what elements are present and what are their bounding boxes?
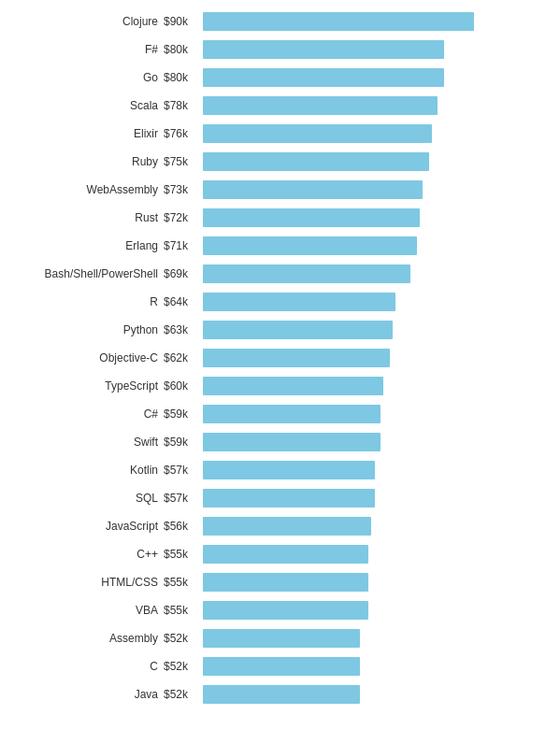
bar-track [203,629,551,648]
table-row: F#$80k [0,37,551,62]
bar-track [203,321,551,339]
language-label: TypeScript [0,379,164,393]
salary-value: $80k [164,43,203,56]
bar-track [203,349,551,367]
language-label: Erlang [0,239,164,252]
bar [203,685,360,704]
language-label: R [0,295,164,308]
language-label: SQL [0,492,164,505]
bar [203,573,368,592]
language-label: Swift [0,436,164,449]
bar-track [203,601,551,620]
bar [203,377,383,395]
table-row: C#$59k [0,402,551,426]
bar-track [203,573,551,592]
salary-value: $55k [164,576,203,589]
table-row: Assembly$52k [0,626,551,650]
bar [203,517,371,536]
bar [203,152,429,171]
salary-value: $72k [164,211,203,224]
table-row: Swift$59k [0,430,551,454]
table-row: C++$55k [0,542,551,566]
bar-track [203,405,551,423]
bar-track [203,236,551,255]
salary-value: $56k [164,520,203,533]
language-label: JavaScript [0,520,164,533]
table-row: Java$52k [0,682,551,707]
salary-value: $55k [164,548,203,561]
salary-value: $57k [164,464,203,477]
salary-value: $60k [164,379,203,393]
bar [203,461,375,479]
table-row: Kotlin$57k [0,458,551,482]
bar-track [203,152,551,171]
bar [203,124,432,143]
language-label: Assembly [0,632,164,645]
bar-track [203,180,551,199]
bar-track [203,96,551,115]
language-label: Objective-C [0,351,164,364]
bar-track [203,517,551,536]
table-row: Bash/Shell/PowerShell$69k [0,262,551,286]
bar [203,629,360,648]
bar-track [203,68,551,87]
language-label: Bash/Shell/PowerShell [0,267,164,280]
language-label: HTML/CSS [0,576,164,589]
bar-track [203,657,551,676]
language-label: Ruby [0,155,164,168]
bar [203,180,423,199]
language-label: Rust [0,211,164,224]
language-label: VBA [0,604,164,617]
language-label: WebAssembly [0,183,164,196]
bar-track [203,12,551,31]
bar [203,96,438,115]
language-label: Kotlin [0,464,164,477]
bar-track [203,40,551,59]
salary-value: $59k [164,407,203,421]
bar [203,433,381,451]
salary-value: $52k [164,632,203,645]
salary-value: $55k [164,604,203,617]
bar [203,68,444,87]
bar [203,321,393,339]
table-row: Elixir$76k [0,122,551,146]
salary-value: $69k [164,267,203,280]
bar [203,236,417,255]
bar [203,12,474,31]
table-row: JavaScript$56k [0,514,551,538]
bar [203,489,375,507]
salary-value: $57k [164,492,203,505]
salary-value: $64k [164,295,203,308]
bar [203,293,395,311]
table-row: Objective-C$62k [0,346,551,370]
bar-track [203,377,551,395]
bar [203,208,420,227]
salary-value: $76k [164,127,203,140]
salary-value: $52k [164,688,203,701]
salary-value: $73k [164,183,203,196]
salary-value: $90k [164,15,203,28]
table-row: Rust$72k [0,206,551,230]
table-row: Scala$78k [0,93,551,118]
table-row: TypeScript$60k [0,374,551,398]
salary-value: $63k [164,323,203,336]
bar-track [203,685,551,704]
language-label: Clojure [0,15,164,28]
salary-value: $75k [164,155,203,168]
bar-track [203,489,551,507]
bar [203,40,444,59]
table-row: SQL$57k [0,486,551,510]
bar [203,657,360,676]
salary-value: $78k [164,99,203,112]
bar-track [203,461,551,479]
bar-chart: Clojure$90kF#$80kGo$80kScala$78kElixir$7… [0,0,560,720]
language-label: C# [0,407,164,421]
salary-value: $71k [164,239,203,252]
salary-value: $62k [164,351,203,364]
table-row: Erlang$71k [0,234,551,258]
bar-track [203,545,551,564]
table-row: VBA$55k [0,598,551,622]
bar [203,264,410,283]
salary-value: $80k [164,71,203,84]
bar-track [203,124,551,143]
